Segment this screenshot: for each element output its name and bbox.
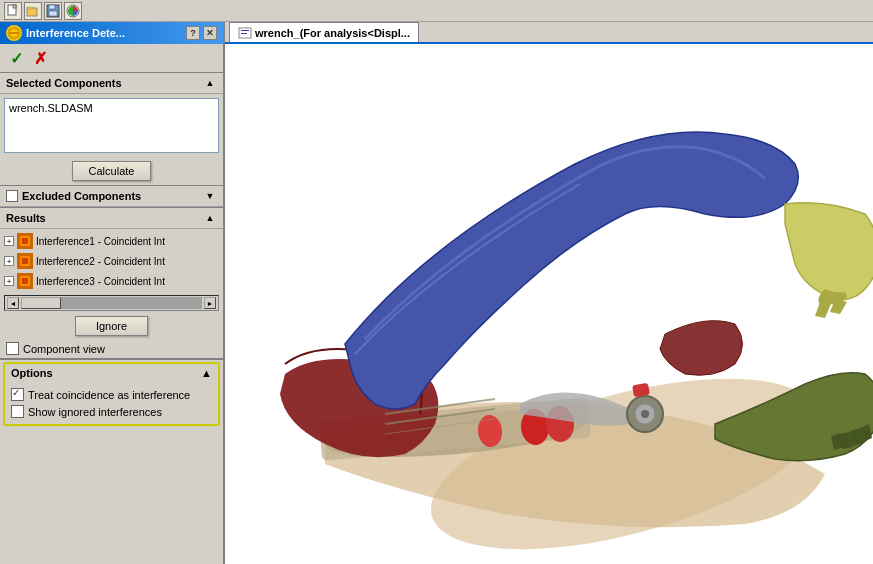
dialog-title-bar: Interference Dete... ? ✕ (0, 22, 223, 44)
tab-wrench[interactable]: wrench_(For analysis<Displ... (229, 22, 419, 42)
main-area: Interference Dete... ? ✕ ✓ ✗ Selected Co… (0, 22, 873, 564)
wrench-model (225, 44, 873, 564)
ignore-button[interactable]: Ignore (75, 316, 148, 336)
scroll-thumb[interactable] (21, 297, 61, 309)
result-icon-3 (17, 273, 33, 289)
excluded-components-label: Excluded Components (22, 190, 141, 202)
calculate-button[interactable]: Calculate (72, 161, 152, 181)
scroll-track[interactable] (21, 297, 202, 309)
results-label: Results (6, 212, 46, 224)
action-row: ✓ ✗ (0, 44, 223, 72)
dialog-close-button[interactable]: ✕ (203, 26, 217, 40)
excluded-components-header: Excluded Components ▼ (0, 185, 223, 207)
excluded-components-collapse[interactable]: ▼ (203, 189, 217, 203)
results-collapse[interactable]: ▲ (203, 211, 217, 225)
dialog-title-buttons: ? ✕ (186, 26, 217, 40)
result-icon-2 (17, 253, 33, 269)
svg-rect-1 (13, 5, 16, 8)
tab-label: wrench_(For analysis<Displ... (255, 27, 410, 39)
svg-point-32 (641, 410, 649, 418)
treat-coincidence-row: Treat coincidence as interference (11, 386, 212, 403)
results-header: Results ▲ (0, 207, 223, 229)
svg-rect-22 (241, 33, 247, 34)
svg-rect-3 (27, 7, 33, 9)
toolbar-icon-save[interactable] (44, 2, 62, 20)
svg-rect-19 (22, 278, 28, 284)
treat-coincidence-label: Treat coincidence as interference (28, 389, 190, 401)
result-expand-1[interactable]: + (4, 236, 14, 246)
result-expand-3[interactable]: + (4, 276, 14, 286)
result-label-2: Interference2 - Coincident Int (36, 256, 165, 267)
options-section: Options ▲ Treat coincidence as interfere… (3, 362, 220, 426)
show-ignored-label: Show ignored interferences (28, 406, 162, 418)
result-expand-2[interactable]: + (4, 256, 14, 266)
toolbar-icon-open[interactable] (24, 2, 42, 20)
show-ignored-row: Show ignored interferences (11, 403, 212, 420)
show-ignored-checkbox[interactable] (11, 405, 24, 418)
svg-rect-5 (49, 5, 55, 9)
selected-components-collapse[interactable]: ▲ (203, 76, 217, 90)
component-item-wrench: wrench.SLDASM (9, 101, 214, 115)
dialog-title-text: Interference Dete... (6, 25, 125, 41)
toolbar-icon-new[interactable] (4, 2, 22, 20)
tab-bar: wrench_(For analysis<Displ... (225, 22, 873, 44)
result-icon-1 (17, 233, 33, 249)
dialog-title-icon (6, 25, 22, 41)
options-header: Options ▲ (5, 364, 218, 382)
result-label-1: Interference1 - Coincident Int (36, 236, 165, 247)
dialog-title-label: Interference Dete... (26, 27, 125, 39)
divider (0, 358, 223, 360)
svg-rect-6 (49, 11, 57, 16)
horizontal-scrollbar[interactable]: ◄ ► (4, 295, 219, 311)
excluded-components-checkbox[interactable] (6, 190, 18, 202)
component-view-checkbox[interactable] (6, 342, 19, 355)
svg-rect-16 (22, 258, 28, 264)
selected-components-header: Selected Components ▲ (0, 72, 223, 94)
component-view-row: Component view (0, 339, 223, 358)
dialog-help-button[interactable]: ? (186, 26, 200, 40)
component-view-label: Component view (23, 343, 105, 355)
result-item-2: + Interference2 - Coincident Int (4, 251, 219, 271)
options-body: Treat coincidence as interference Show i… (5, 382, 218, 424)
viewport: wrench_(For analysis<Displ... (225, 22, 873, 564)
result-item-3: + Interference3 - Coincident Int (4, 271, 219, 291)
model-area[interactable] (225, 44, 873, 564)
cancel-button[interactable]: ✗ (30, 48, 50, 68)
results-body: + Interference1 - Coincident Int + (0, 229, 223, 293)
top-toolbar (0, 0, 873, 22)
treat-coincidence-checkbox[interactable] (11, 388, 24, 401)
scroll-right-arrow[interactable]: ► (204, 297, 216, 309)
svg-rect-21 (241, 30, 249, 31)
svg-rect-10 (9, 32, 19, 34)
ignore-row: Ignore (0, 313, 223, 339)
component-list-box[interactable]: wrench.SLDASM (4, 98, 219, 153)
calculate-row: Calculate (0, 157, 223, 185)
selected-components-label: Selected Components (6, 77, 122, 89)
result-label-3: Interference3 - Coincident Int (36, 276, 165, 287)
result-item-1: + Interference1 - Coincident Int (4, 231, 219, 251)
ok-button[interactable]: ✓ (6, 48, 26, 68)
left-panel: Interference Dete... ? ✕ ✓ ✗ Selected Co… (0, 22, 225, 564)
options-collapse[interactable]: ▲ (201, 367, 212, 379)
svg-rect-13 (22, 238, 28, 244)
toolbar-icon-chart[interactable] (64, 2, 82, 20)
selected-components-body: wrench.SLDASM (0, 94, 223, 157)
scroll-left-arrow[interactable]: ◄ (7, 297, 19, 309)
options-label: Options (11, 367, 53, 379)
